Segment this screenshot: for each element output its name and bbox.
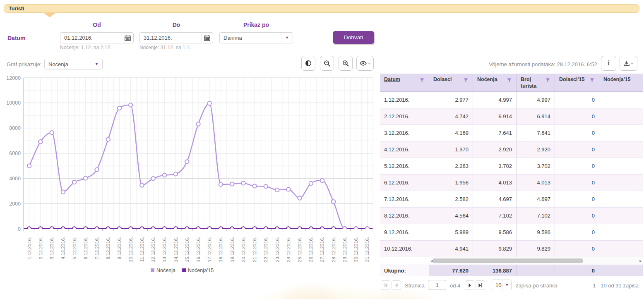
do-label: Do: [139, 22, 213, 28]
row-value-cell: 0: [555, 175, 599, 191]
date-from-calendar-button[interactable]: [122, 33, 133, 43]
date-to-value[interactable]: 31.12.2016.: [140, 33, 201, 43]
legend-swatch[interactable]: [151, 268, 154, 272]
x-axis-label: 16.12.2016.: [196, 237, 201, 262]
totals-value-cell: [517, 265, 555, 276]
row-value-cell: 2.263: [429, 158, 473, 175]
date-to-hint: Noćenje: 31.12. na 1.1.: [139, 45, 191, 50]
column-header-no-enja[interactable]: Noćenja: [473, 74, 517, 92]
row-value-cell: 5.989: [429, 224, 473, 241]
filter-icon: [507, 78, 512, 83]
totals-value-cell: [599, 265, 643, 276]
zoom-in-icon: [342, 60, 349, 67]
last-page-icon: [478, 283, 483, 287]
legend-label[interactable]: Noćenja'15: [188, 268, 214, 273]
tab-turisti[interactable]: Turisti: [9, 6, 24, 12]
column-header-dolasci[interactable]: Dolasci: [429, 74, 473, 92]
pager-prev-button[interactable]: [392, 280, 401, 290]
column-filter-button[interactable]: [464, 78, 468, 85]
x-axis-label: 13.12.2016.: [162, 237, 167, 262]
column-header-no-enja-15[interactable]: Noćenja'15: [599, 74, 643, 92]
horizontal-scrollbar[interactable]: ◄►: [429, 257, 643, 265]
column-header-broj-turista[interactable]: Broj turista: [517, 74, 555, 92]
x-axis-label: 31.12.2016.: [365, 237, 370, 262]
filter-icon: [545, 78, 550, 83]
dohvati-button[interactable]: Dohvati: [333, 31, 374, 44]
row-value-cell: 4.013: [517, 175, 555, 191]
row-date-cell: 9.12.2016.: [380, 224, 429, 241]
y-axis-label: 2000: [9, 201, 21, 207]
row-value-cell: [599, 241, 643, 257]
row-value-cell: 7.641: [517, 125, 555, 141]
column-header-dolasci-15[interactable]: Dolasci'15: [555, 74, 599, 92]
row-value-cell: 0: [555, 92, 599, 108]
row-value-cell: 0: [555, 125, 599, 141]
page: Turisti Od Do Prikaz po Datum 01.12.2016…: [0, 0, 644, 299]
chevron-down-icon: ▼: [505, 283, 509, 287]
row-date-cell: 10.12.2016.: [380, 241, 429, 257]
od-label: Od: [60, 22, 134, 28]
visibility-menu-button[interactable]: [356, 56, 374, 71]
table-row: 3.12.2016.4.1697.6417.6410: [380, 125, 643, 141]
stranica-label: Stranica: [405, 282, 425, 289]
column-filter-button[interactable]: [420, 78, 424, 85]
column-filter-button[interactable]: [545, 78, 550, 85]
info-button[interactable]: i: [601, 56, 616, 71]
x-axis-label: 8.12.2016.: [106, 237, 111, 259]
prikaz-po-value: Danima: [220, 33, 281, 43]
page-number-input[interactable]: [428, 280, 446, 290]
x-axis-label: 9.12.2016.: [117, 237, 122, 259]
date-from-field[interactable]: 01.12.2016.: [60, 32, 134, 43]
column-filter-button[interactable]: [507, 78, 512, 85]
x-axis-label: 30.12.2016.: [353, 237, 358, 262]
column-header-label[interactable]: Noćenja'15: [603, 77, 631, 82]
row-value-cell: 0: [555, 241, 599, 257]
column-header-datum[interactable]: Datum: [380, 74, 429, 92]
zoom-in-button[interactable]: [339, 56, 353, 71]
row-value-cell: 0: [555, 108, 599, 125]
totals-value-cell: 136.887: [473, 265, 517, 276]
download-menu-button[interactable]: [620, 56, 637, 71]
prikaz-po-label: Prikaz po: [219, 22, 293, 28]
pager-first-button[interactable]: [381, 280, 390, 290]
column-header-label[interactable]: Broj turista: [521, 77, 541, 89]
contrast-toggle-button[interactable]: [301, 56, 315, 71]
date-to-field[interactable]: 31.12.2016.: [139, 32, 213, 43]
graf-prikazuje-select[interactable]: Noćenja ▼: [44, 59, 103, 69]
header-bar: [4, 4, 639, 13]
pager-last-button[interactable]: [476, 280, 485, 290]
column-header-label[interactable]: Dolasci'15: [559, 77, 584, 82]
column-header-label[interactable]: Datum: [384, 77, 400, 82]
date-to-calendar-button[interactable]: [201, 33, 213, 43]
row-value-cell: 1.956: [429, 175, 473, 191]
grid-header-row: DatumDolasciNoćenjaBroj turistaDolasci'1…: [380, 74, 643, 92]
table-row: 8.12.2016.4.5647.1027.1020: [380, 208, 643, 224]
pager-next-button[interactable]: [465, 280, 474, 290]
legend-swatch[interactable]: [182, 268, 186, 272]
tab-pointer: [43, 12, 56, 17]
row-value-cell: 7.102: [473, 208, 517, 224]
column-filter-button[interactable]: [590, 78, 594, 85]
page-size-select[interactable]: 10 ▼: [492, 280, 512, 290]
row-date-cell: 7.12.2016.: [380, 191, 429, 208]
row-value-cell: [599, 141, 643, 158]
date-from-value[interactable]: 01.12.2016.: [60, 33, 122, 43]
row-value-cell: 0: [555, 224, 599, 241]
legend-label[interactable]: Noćenja: [156, 268, 175, 273]
column-header-label[interactable]: Dolasci: [433, 77, 452, 82]
row-value-cell: 4.564: [429, 208, 473, 224]
scroll-right-icon[interactable]: ►: [639, 258, 643, 263]
y-axis-label: 8000: [9, 125, 21, 131]
graf-prikazuje-value: Noćenja: [45, 59, 91, 69]
row-date-cell: 4.12.2016.: [380, 141, 429, 158]
prikaz-po-select[interactable]: Danima ▼: [219, 32, 293, 43]
row-value-cell: 2.920: [473, 141, 517, 158]
zoom-out-button[interactable]: [320, 56, 334, 71]
column-header-label[interactable]: Noćenja: [477, 77, 497, 82]
x-axis-label: 11.12.2016.: [139, 237, 144, 262]
row-value-cell: 4.742: [429, 108, 473, 125]
row-value-cell: [599, 125, 643, 141]
data-grid: DatumDolasciNoćenjaBroj turistaDolasci'1…: [380, 74, 643, 276]
scrollbar-thumb[interactable]: [433, 258, 583, 263]
date-from-hint: Noćenje: 1.12. na 2.12.: [60, 45, 111, 50]
